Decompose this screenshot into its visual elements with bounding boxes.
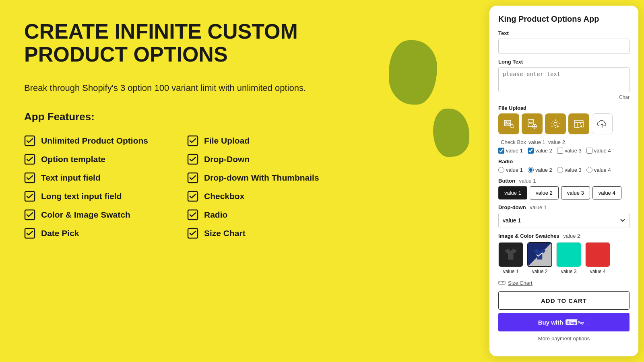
feature-label: Checkbox <box>204 191 244 201</box>
swatches-label: Image & Color Swatches value 2 <box>498 233 630 239</box>
svg-text:Shop: Shop <box>567 321 576 325</box>
check-square-icon <box>187 209 198 220</box>
ruler-icon <box>498 279 506 286</box>
radio-item-2[interactable]: value 2 <box>528 167 552 173</box>
swatch-item-2[interactable]: value 2 <box>527 242 552 274</box>
svg-line-15 <box>513 127 514 128</box>
checkbox-row: value 1 value 2 value 3 value 4 <box>498 148 630 154</box>
swatch-item-4[interactable]: value 4 <box>585 242 610 274</box>
navy-swatch <box>528 243 551 266</box>
checkbox-3[interactable] <box>557 148 563 154</box>
checkbox-1[interactable] <box>498 148 504 154</box>
button-group-label: Button value 1 <box>498 178 630 184</box>
buy-now-button[interactable]: Buy with Shop Pay <box>498 313 630 331</box>
file-upload-btn-cloud[interactable] <box>592 113 613 134</box>
check-square-icon <box>24 209 35 220</box>
checkbox-label: Check Boxvalue 1, value 2 <box>498 139 630 145</box>
swatch-box-4[interactable] <box>585 242 610 267</box>
feature-dropdown-thumbnails: Drop-down With Thumbnails <box>187 172 326 183</box>
text-field-label: Text <box>498 30 630 36</box>
file-upload-label: File Upload <box>498 105 630 111</box>
checkbox-item-3[interactable]: value 3 <box>557 148 582 154</box>
size-chart-link[interactable]: Size Chart <box>498 279 630 286</box>
table-icon <box>574 119 584 129</box>
feature-color-swatch: Color & Image Swatch <box>24 209 163 220</box>
feature-label: Option template <box>41 154 105 164</box>
swatch-box-3[interactable] <box>556 242 581 267</box>
features-heading: App Features: <box>24 111 473 123</box>
swatch-label-4: value 4 <box>590 269 606 274</box>
long-text-input[interactable] <box>498 67 630 92</box>
left-panel: CREATE INFINITE CUSTOM PRODUCT OPTIONS B… <box>0 0 489 362</box>
radio-item-1[interactable]: value 1 <box>498 167 523 173</box>
red-swatch <box>586 243 610 267</box>
swatch-item-3[interactable]: value 3 <box>556 242 581 274</box>
product-options-card: King Product Options App Text Long Text … <box>489 6 638 356</box>
btn-option-2[interactable]: value 2 <box>530 186 559 200</box>
radio-row: value 1 value 2 value 3 value 4 <box>498 167 630 173</box>
file-upload-btn-3[interactable] <box>545 113 566 134</box>
radio-3[interactable] <box>557 167 563 173</box>
buy-now-text: Buy with <box>538 319 564 326</box>
dropdown-select[interactable]: value 1 value 2 value 3 value 4 <box>498 213 630 228</box>
swatch-item-1[interactable]: value 1 <box>498 242 523 274</box>
feature-label: Long text input field <box>41 191 122 201</box>
swatches-row: value 1 value 2 value 3 va <box>498 242 630 274</box>
radio-label: Radio <box>498 158 630 165</box>
char-count: Char <box>498 95 630 100</box>
checkbox-item-2[interactable]: value 2 <box>528 148 552 154</box>
checkbox-item-4[interactable]: value 4 <box>586 148 611 154</box>
file-upload-btn-2[interactable] <box>522 113 543 134</box>
swatch-label-1: value 1 <box>503 269 519 274</box>
radio-item-3[interactable]: value 3 <box>557 167 582 173</box>
check-square-icon <box>24 135 35 146</box>
feature-label: Size Chart <box>204 228 246 238</box>
feature-label: Drop-Down <box>204 154 250 164</box>
swatch-box-1[interactable] <box>498 242 523 267</box>
check-square-icon <box>24 154 35 165</box>
text-input[interactable] <box>498 39 630 54</box>
button-option-group: value 1 value 2 value 3 value 4 <box>498 186 630 200</box>
feature-long-text: Long text input field <box>24 191 163 202</box>
checkbox-4[interactable] <box>586 148 592 154</box>
btn-option-1[interactable]: value 1 <box>498 186 527 200</box>
check-square-icon <box>24 228 35 239</box>
feature-label: Drop-down With Thumbnails <box>204 173 319 183</box>
check-square-icon <box>24 172 35 183</box>
more-payment-options[interactable]: More payment options <box>498 335 630 341</box>
file-upload-btn-1[interactable] <box>498 113 519 134</box>
feature-label: Text input field <box>41 173 101 183</box>
check-square-icon <box>187 154 198 165</box>
checkbox-item-1[interactable]: value 1 <box>498 148 523 154</box>
swatch-box-2[interactable] <box>527 242 552 267</box>
feature-label: Unlimited Product Options <box>41 136 148 146</box>
file-upload-row <box>498 113 630 134</box>
shoppay-logo: Shop Pay <box>566 318 590 326</box>
feature-dropdown: Drop-Down <box>187 154 326 165</box>
feature-date-pick: Date Pick <box>24 228 163 239</box>
check-square-icon <box>24 191 35 202</box>
features-grid: Unlimited Product Options File Upload Op… <box>24 135 326 239</box>
file-upload-btn-4[interactable] <box>568 113 589 134</box>
btn-option-3[interactable]: value 3 <box>561 186 590 200</box>
radio-4[interactable] <box>586 167 592 173</box>
add-to-cart-button[interactable]: ADD TO CART <box>498 291 630 310</box>
radio-1[interactable] <box>498 167 504 173</box>
feature-radio: Radio <box>187 209 326 220</box>
file-icon <box>527 119 537 129</box>
radio-2[interactable] <box>528 167 534 173</box>
checkbox-2[interactable] <box>528 148 534 154</box>
check-square-icon <box>187 172 198 183</box>
feature-text-input: Text input field <box>24 172 163 183</box>
check-square-icon <box>187 228 198 239</box>
svg-text:Pay: Pay <box>578 321 584 325</box>
page-title: CREATE INFINITE CUSTOM PRODUCT OPTIONS <box>24 20 306 66</box>
feature-size-chart: Size Chart <box>187 228 326 239</box>
feature-label: File Upload <box>204 136 250 146</box>
tshirt-swatch <box>499 243 523 267</box>
feature-label: Radio <box>204 210 227 220</box>
btn-option-4[interactable]: value 4 <box>592 186 621 200</box>
feature-checkbox: Checkbox <box>187 191 326 202</box>
long-text-label: Long Text <box>498 59 630 65</box>
radio-item-4[interactable]: value 4 <box>586 167 611 173</box>
